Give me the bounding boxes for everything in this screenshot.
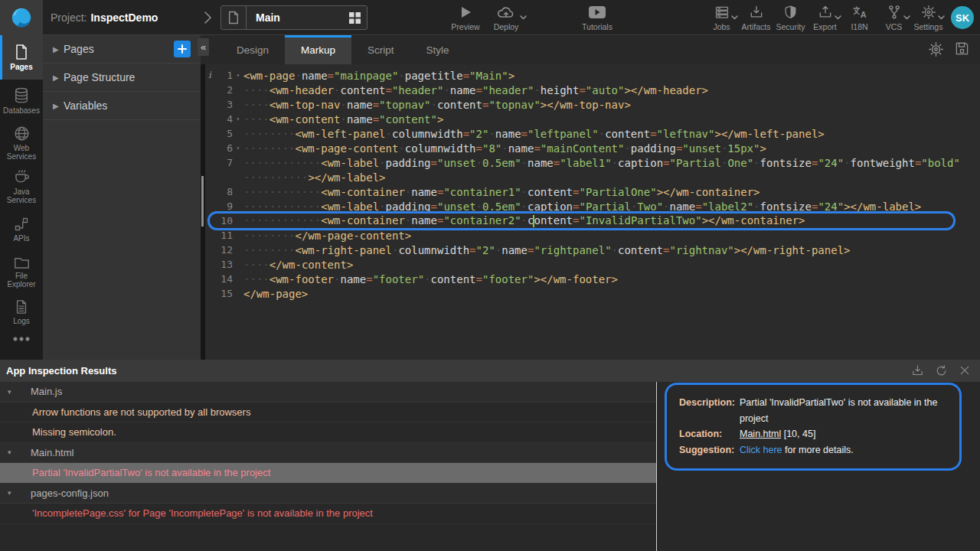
close-panel-icon[interactable] [959, 364, 971, 377]
cloud-upload-icon [497, 4, 515, 21]
location-file-link[interactable]: Main.html [740, 429, 781, 439]
fold-arrow-icon[interactable]: ▾ [233, 72, 243, 79]
code-line-13[interactable]: 13····</wm-content> [205, 257, 980, 272]
settings-button[interactable]: Settings [911, 4, 946, 31]
vcs-button[interactable]: VCS [877, 4, 911, 31]
error-detail-tooltip: Description: Partial 'InvalidPartialTwo'… [665, 383, 962, 471]
artifacts-button[interactable]: Artifacts [739, 4, 773, 31]
download-results-icon[interactable] [911, 364, 924, 377]
markup-settings-gear-icon[interactable] [928, 41, 944, 57]
panel-section-page-structure[interactable]: ▶ Page Structure [43, 64, 201, 92]
code-line-1[interactable]: 1▾<wm-page·name="mainpage"·pagetitle="Ma… [205, 68, 980, 83]
inspection-group-Main.html[interactable]: ▾Main.html [0, 443, 656, 464]
inspection-header: App Inspection Results [0, 360, 980, 382]
preview-button[interactable]: Preview [446, 4, 485, 31]
inspection-title: App Inspection Results [6, 365, 116, 377]
code-line-wrap[interactable]: ··········></wm-label> [205, 170, 980, 184]
rail-item-web-services[interactable]: Web Services [0, 122, 43, 165]
chevron-down-icon [835, 15, 841, 20]
page-icon [14, 44, 29, 60]
inspection-warning-row[interactable]: Arrow functions are not supported by all… [0, 403, 656, 423]
nodes-icon [14, 217, 29, 232]
triangle-down-icon: ▾ [8, 388, 31, 396]
rail-more-button[interactable] [0, 331, 43, 362]
rail-item-file-explorer[interactable]: File Explorer [0, 250, 43, 293]
play-icon [459, 4, 472, 21]
rail-item-logs[interactable]: Logs [0, 293, 43, 331]
suggestion-rest: for more details. [782, 445, 854, 455]
code-line-9[interactable]: 9············<wm-label·padding="unset·0.… [205, 199, 980, 214]
code-line-10[interactable]: 10············<wm-container·name="contai… [205, 214, 980, 228]
git-branch-icon [887, 4, 902, 21]
markup-code-editor[interactable]: i 1▾<wm-page·name="mainpage"·pagetitle="… [205, 64, 980, 360]
app-inspection-panel: App Inspection Results ▾Main.jsArrow fun… [0, 360, 980, 551]
app-logo[interactable] [0, 0, 43, 35]
security-button[interactable]: Security [773, 4, 808, 31]
tray-download-icon [749, 4, 764, 21]
code-line-14[interactable]: 14····<wm-footer·name="footer"·content="… [205, 272, 980, 286]
project-label: Project: [51, 11, 87, 24]
jobs-button[interactable]: Jobs [704, 4, 739, 31]
tab-markup[interactable]: Markup [285, 35, 351, 64]
code-line-2[interactable]: 2····<wm-header·content="header"·name="h… [205, 83, 980, 97]
fold-arrow-icon[interactable]: ▾ [233, 145, 243, 152]
code-line-7[interactable]: 7············<wm-label·padding="unset·0.… [205, 155, 980, 170]
panel-vertical-divider [656, 382, 657, 551]
rail-item-apis[interactable]: APIs [0, 208, 43, 250]
code-line-3[interactable]: 3····<wm-top-nav·name="topnav"·content="… [205, 97, 980, 112]
wavemaker-logo-icon [10, 6, 33, 29]
chevron-down-icon [938, 15, 945, 20]
user-avatar[interactable]: SK [951, 6, 974, 29]
tab-script[interactable]: Script [351, 35, 410, 64]
triangle-right-icon: ▶ [53, 102, 64, 110]
globe-icon [14, 126, 30, 142]
inspection-error-row[interactable]: Partial 'InvalidPartialTwo' is not avail… [0, 463, 656, 484]
left-rail: Pages Databases Web Services Java Servic… [0, 35, 43, 360]
shield-icon [783, 4, 798, 21]
wavemaker-studio: Project: InspectDemo Main Preview [0, 0, 980, 551]
code-line-12[interactable]: 12········<wm-right-panel·columnwidth="2… [205, 243, 980, 257]
i18n-button[interactable]: A I18N [842, 4, 877, 31]
inspection-group-Main.js[interactable]: ▾Main.js [0, 382, 656, 403]
triangle-right-icon: ▶ [53, 73, 64, 82]
inspection-warning-row[interactable]: Missing semicolon. [0, 422, 656, 443]
rail-item-java-services[interactable]: Java Services [0, 165, 43, 208]
tutorials-button[interactable]: Tutorials [578, 4, 616, 31]
chevron-right-icon [202, 10, 213, 25]
project-breadcrumb: Project: InspectDemo [51, 0, 158, 35]
save-icon[interactable] [955, 41, 969, 57]
inspection-group-pages-config.json[interactable]: ▾pages-config.json [0, 484, 656, 504]
refresh-icon[interactable] [935, 364, 948, 377]
grid-icon[interactable] [342, 12, 367, 24]
fold-arrow-icon[interactable]: ▾ [233, 116, 243, 122]
chevron-down-icon [520, 15, 527, 20]
splitter-scrollbar-thumb[interactable] [201, 176, 204, 227]
click-here-link[interactable]: Click here [740, 445, 782, 455]
rail-item-databases[interactable]: Databases [0, 80, 43, 122]
code-line-11[interactable]: 11········</wm-page-content> [205, 228, 980, 243]
project-name: InspectDemo [90, 11, 158, 24]
export-button[interactable]: Export [808, 4, 842, 31]
editor-tab-bar: Design Markup Script Style [205, 35, 980, 64]
tab-design[interactable]: Design [220, 35, 285, 64]
code-line-5[interactable]: 5········<wm-left-panel·columnwidth="2"·… [205, 126, 980, 141]
collapse-panel-button[interactable]: « [198, 38, 209, 56]
inspection-error-row[interactable]: 'IncompletePage.css' for Page 'Incomplet… [0, 504, 656, 524]
coffee-icon [13, 169, 30, 185]
code-line-15[interactable]: 15</wm-page> [205, 286, 980, 301]
code-line-6[interactable]: 6▾········<wm-page-content·columnwidth="… [205, 141, 980, 155]
description-value: Partial 'InvalidPartialTwo' is not avail… [740, 395, 949, 426]
deploy-button[interactable]: Deploy [485, 4, 528, 31]
top-bar: Project: InspectDemo Main Preview [0, 0, 980, 35]
add-page-button[interactable] [174, 41, 191, 57]
code-line-8[interactable]: 8············<wm-container·name="contain… [205, 184, 980, 199]
chevron-down-icon [731, 15, 738, 20]
code-lines: 1▾<wm-page·name="mainpage"·pagetitle="Ma… [205, 68, 980, 301]
rail-item-pages[interactable]: Pages [0, 35, 43, 80]
page-selector[interactable]: Main [220, 5, 368, 30]
database-icon [14, 87, 29, 104]
panel-section-pages[interactable]: ▶ Pages [43, 35, 201, 64]
code-line-4[interactable]: 4▾····<wm-content·name="content"> [205, 112, 980, 126]
tab-style[interactable]: Style [410, 35, 466, 64]
panel-section-variables[interactable]: ▶ Variables [43, 92, 201, 120]
